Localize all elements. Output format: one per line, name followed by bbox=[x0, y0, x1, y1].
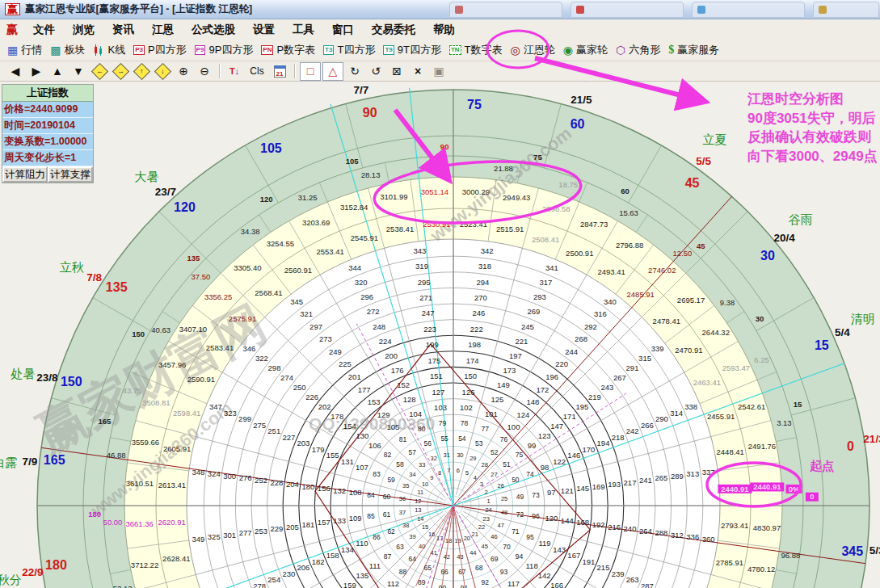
wheel-value: 3152.84 bbox=[340, 203, 368, 212]
diamond-up-button[interactable]: ↑ bbox=[132, 63, 151, 80]
wheel-value: 12.50 bbox=[673, 249, 693, 258]
wheel-value: 217 bbox=[624, 478, 637, 487]
wheel-value: 13 bbox=[415, 506, 421, 514]
wheel-value: 66 bbox=[440, 568, 448, 576]
toolbar-quote-grid[interactable]: ▦行情 bbox=[7, 43, 42, 57]
toolbar-t3[interactable]: T3T四方形 bbox=[323, 43, 375, 57]
toolbar-p9[interactable]: P99P四方形 bbox=[195, 43, 254, 57]
triangle-tool-button[interactable]: △ bbox=[322, 62, 343, 81]
wheel-value: 64 bbox=[409, 555, 417, 563]
calc-support-button[interactable]: 计算支撑 bbox=[48, 166, 93, 183]
menu-5[interactable]: 设置 bbox=[244, 23, 284, 37]
diamond-left-button[interactable]: ← bbox=[90, 63, 109, 80]
wheel-value: 170 bbox=[582, 445, 595, 454]
wheel-value: 28 bbox=[482, 461, 488, 468]
toolbar-pn[interactable]: PNP数字表 bbox=[261, 43, 315, 57]
wheel-value: 316 bbox=[594, 309, 607, 318]
wheel-value: 206 bbox=[297, 563, 310, 572]
menu-1[interactable]: 浏览 bbox=[64, 23, 103, 37]
toolbar-label: P四方形 bbox=[148, 43, 187, 57]
nav-forward-button[interactable]: ▶ bbox=[27, 63, 46, 80]
t3-icon: T3 bbox=[323, 45, 334, 55]
wheel-value: 177 bbox=[358, 385, 371, 394]
wheel-value: 317 bbox=[539, 278, 552, 287]
toolbar-t9[interactable]: T99T四方形 bbox=[383, 43, 441, 57]
rotate-cw-button[interactable]: ↻ bbox=[345, 63, 364, 80]
diamond-right-button[interactable]: → bbox=[111, 63, 130, 80]
wheel-value: 2575.91 bbox=[229, 314, 256, 323]
wheel-value: 191 bbox=[582, 557, 595, 566]
menu-4[interactable]: 公式选股 bbox=[183, 23, 244, 37]
toolbar-p3[interactable]: P3P四方形 bbox=[133, 43, 186, 57]
main-toolbar: ▦行情▩板块K线P3P四方形P99P四方形PNP数字表T3T四方形T99T四方形… bbox=[0, 40, 880, 61]
wheel-value: 270 bbox=[474, 293, 487, 302]
toolbar-gann-wheel[interactable]: ◎江恩轮 bbox=[511, 43, 555, 57]
wheel-value: 55 bbox=[440, 435, 448, 443]
quote-grid-icon: ▦ bbox=[7, 44, 18, 56]
wheel-value: 158 bbox=[326, 551, 339, 560]
wheel-value: 343 bbox=[414, 246, 427, 255]
wheel-value: 104 bbox=[409, 410, 422, 418]
wheel-value: 2593.47 bbox=[722, 363, 750, 372]
menu-2[interactable]: 资讯 bbox=[103, 23, 143, 37]
rect-tool-button[interactable]: □ bbox=[300, 62, 321, 81]
wheel-value: 90 bbox=[440, 142, 449, 151]
dart-up-button[interactable]: ▲ bbox=[48, 63, 67, 80]
diamond-down-button[interactable]: ↓ bbox=[153, 63, 172, 80]
menu-3[interactable]: 江恩 bbox=[143, 23, 183, 37]
sector-blocks-icon: ▩ bbox=[50, 44, 61, 56]
wheel-value: 80 bbox=[418, 425, 426, 433]
boxed-x-button[interactable]: ⊠ bbox=[387, 63, 406, 80]
wheel-value: 321 bbox=[300, 309, 313, 318]
wheel-value: 323 bbox=[224, 409, 237, 418]
wheel-value: 103 bbox=[434, 403, 447, 412]
pn-icon: PN bbox=[261, 45, 273, 55]
toolbar-hexagon[interactable]: ⬡六角形 bbox=[616, 43, 660, 57]
wheel-value: 312 bbox=[671, 531, 684, 540]
wheel-value: 3457.96 bbox=[158, 360, 186, 369]
wheel-value: 91 bbox=[461, 584, 469, 588]
menu-8[interactable]: 交易委托 bbox=[363, 23, 424, 37]
cross-arrows-button[interactable]: × bbox=[408, 63, 427, 80]
date-label: 7/8 bbox=[86, 271, 102, 284]
cls-button[interactable]: Cls bbox=[246, 63, 268, 80]
wheel-value: 69 bbox=[491, 555, 499, 563]
zoom-out-button[interactable]: ⊖ bbox=[195, 63, 214, 80]
toolbar-winner-wheel[interactable]: ◉赢家轮 bbox=[563, 43, 608, 57]
wheel-value: 3203.69 bbox=[302, 218, 330, 227]
menu-bar: 赢 文件浏览资讯江恩公式选股设置工具窗口交易委托帮助 bbox=[0, 19, 880, 40]
wheel-value: 195 bbox=[575, 402, 588, 411]
hexagon-icon: ⬡ bbox=[616, 44, 625, 56]
toolbar-sector-blocks[interactable]: ▩板块 bbox=[50, 43, 85, 57]
date-label: 21/5 bbox=[571, 94, 592, 106]
dart-down-button[interactable]: ▼ bbox=[69, 63, 88, 80]
zoom-in-button[interactable]: ⊕ bbox=[174, 63, 193, 80]
wheel-value: 48 bbox=[501, 509, 507, 516]
wheel-value: 83 bbox=[373, 470, 381, 478]
wheel-value: 339 bbox=[651, 344, 664, 353]
t-updown-button[interactable]: T↓ bbox=[225, 63, 244, 80]
menu-7[interactable]: 窗口 bbox=[323, 23, 363, 37]
toolbar-kline[interactable]: K线 bbox=[93, 43, 125, 57]
wheel-value: 2440.91 bbox=[753, 482, 781, 491]
menu-6[interactable]: 工具 bbox=[284, 23, 323, 37]
screen-tool-button[interactable]: ▣ bbox=[429, 63, 448, 80]
wheel-value: 193 bbox=[608, 480, 621, 489]
wheel-value: 68 bbox=[475, 564, 483, 572]
toolbar-tn[interactable]: TNT数字表 bbox=[449, 43, 503, 57]
calc-resistance-button[interactable]: 计算阻力 bbox=[2, 166, 48, 183]
menu-0[interactable]: 文件 bbox=[24, 23, 64, 37]
wheel-value: 223 bbox=[423, 325, 436, 334]
wheel-value: 295 bbox=[418, 278, 431, 287]
wheel-value: 341 bbox=[545, 263, 558, 272]
wheel-value: 15 bbox=[422, 523, 428, 531]
degree-label: 120 bbox=[174, 200, 196, 214]
wheel-value: 273 bbox=[319, 334, 332, 343]
nav-back-button[interactable]: ◀ bbox=[6, 63, 25, 80]
toolbar-dollar[interactable]: $赢家服务 bbox=[668, 43, 719, 57]
rotate-ccw-button[interactable]: ↺ bbox=[366, 63, 385, 80]
wheel-value: 2455.91 bbox=[707, 412, 735, 421]
calendar-button[interactable]: 21 bbox=[270, 63, 289, 80]
menu-9[interactable]: 帮助 bbox=[424, 23, 464, 37]
wheel-value: 121 bbox=[561, 486, 574, 495]
